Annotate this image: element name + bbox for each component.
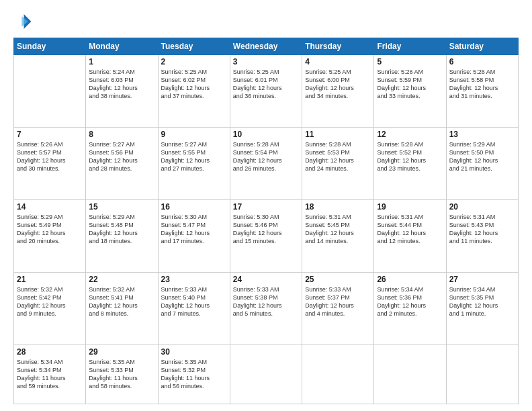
calendar-cell: 21Sunrise: 5:32 AMSunset: 5:42 PMDayligh… bbox=[14, 272, 86, 345]
day-number: 23 bbox=[161, 275, 227, 284]
calendar-cell: 22Sunrise: 5:32 AMSunset: 5:41 PMDayligh… bbox=[86, 272, 158, 345]
cell-info: Sunrise: 5:28 AMSunset: 5:54 PMDaylight:… bbox=[233, 140, 299, 173]
cell-info: Sunrise: 5:31 AMSunset: 5:43 PMDaylight:… bbox=[449, 213, 515, 246]
weekday-header-wednesday: Wednesday bbox=[230, 38, 302, 55]
calendar-cell: 11Sunrise: 5:28 AMSunset: 5:53 PMDayligh… bbox=[302, 127, 374, 199]
day-number: 16 bbox=[161, 202, 227, 212]
cell-info: Sunrise: 5:28 AMSunset: 5:53 PMDaylight:… bbox=[305, 140, 371, 173]
cell-info: Sunrise: 5:33 AMSunset: 5:40 PMDaylight:… bbox=[161, 285, 227, 318]
day-number: 3 bbox=[233, 57, 299, 66]
calendar-cell: 25Sunrise: 5:33 AMSunset: 5:37 PMDayligh… bbox=[302, 272, 374, 345]
calendar-week-5: 28Sunrise: 5:34 AMSunset: 5:34 PMDayligh… bbox=[14, 345, 519, 404]
calendar-cell: 2Sunrise: 5:25 AMSunset: 6:02 PMDaylight… bbox=[158, 55, 230, 128]
weekday-header-monday: Monday bbox=[86, 38, 158, 55]
day-number: 5 bbox=[377, 57, 443, 66]
cell-info: Sunrise: 5:29 AMSunset: 5:50 PMDaylight:… bbox=[449, 140, 515, 173]
cell-info: Sunrise: 5:25 AMSunset: 6:00 PMDaylight:… bbox=[305, 68, 371, 101]
logo bbox=[13, 12, 35, 31]
calendar-cell: 12Sunrise: 5:28 AMSunset: 5:52 PMDayligh… bbox=[374, 127, 446, 199]
cell-info: Sunrise: 5:35 AMSunset: 5:32 PMDaylight:… bbox=[161, 358, 227, 391]
day-number: 20 bbox=[449, 202, 515, 212]
calendar-cell: 29Sunrise: 5:35 AMSunset: 5:33 PMDayligh… bbox=[86, 345, 158, 404]
day-number: 30 bbox=[161, 347, 227, 357]
calendar-week-1: 1Sunrise: 5:24 AMSunset: 6:03 PMDaylight… bbox=[14, 55, 519, 128]
cell-info: Sunrise: 5:34 AMSunset: 5:34 PMDaylight:… bbox=[17, 358, 83, 391]
cell-info: Sunrise: 5:26 AMSunset: 5:58 PMDaylight:… bbox=[449, 68, 515, 101]
calendar-table: SundayMondayTuesdayWednesdayThursdayFrid… bbox=[13, 38, 519, 404]
day-number: 17 bbox=[233, 202, 299, 212]
cell-info: Sunrise: 5:35 AMSunset: 5:33 PMDaylight:… bbox=[89, 358, 154, 391]
logo-icon bbox=[13, 12, 32, 31]
weekday-header-thursday: Thursday bbox=[302, 38, 374, 55]
cell-info: Sunrise: 5:26 AMSunset: 5:59 PMDaylight:… bbox=[377, 68, 443, 101]
day-number: 11 bbox=[305, 130, 371, 139]
calendar-cell: 30Sunrise: 5:35 AMSunset: 5:32 PMDayligh… bbox=[158, 345, 230, 404]
calendar-cell: 19Sunrise: 5:31 AMSunset: 5:44 PMDayligh… bbox=[374, 199, 446, 272]
cell-info: Sunrise: 5:31 AMSunset: 5:44 PMDaylight:… bbox=[377, 213, 443, 246]
cell-info: Sunrise: 5:34 AMSunset: 5:36 PMDaylight:… bbox=[377, 285, 443, 318]
day-number: 4 bbox=[305, 57, 371, 66]
calendar-cell: 9Sunrise: 5:27 AMSunset: 5:55 PMDaylight… bbox=[158, 127, 230, 199]
cell-info: Sunrise: 5:33 AMSunset: 5:38 PMDaylight:… bbox=[233, 285, 299, 318]
calendar-cell bbox=[14, 55, 86, 128]
day-number: 27 bbox=[449, 275, 515, 284]
cell-info: Sunrise: 5:25 AMSunset: 6:01 PMDaylight:… bbox=[233, 68, 299, 101]
cell-info: Sunrise: 5:29 AMSunset: 5:48 PMDaylight:… bbox=[89, 213, 154, 246]
calendar-cell: 14Sunrise: 5:29 AMSunset: 5:49 PMDayligh… bbox=[14, 199, 86, 272]
calendar-cell bbox=[446, 345, 518, 404]
day-number: 29 bbox=[89, 347, 154, 357]
cell-info: Sunrise: 5:24 AMSunset: 6:03 PMDaylight:… bbox=[89, 68, 154, 101]
calendar-cell: 18Sunrise: 5:31 AMSunset: 5:45 PMDayligh… bbox=[302, 199, 374, 272]
calendar-cell bbox=[302, 345, 374, 404]
calendar-cell bbox=[374, 345, 446, 404]
calendar-cell: 20Sunrise: 5:31 AMSunset: 5:43 PMDayligh… bbox=[446, 199, 518, 272]
calendar-cell: 24Sunrise: 5:33 AMSunset: 5:38 PMDayligh… bbox=[230, 272, 302, 345]
calendar-header-row: SundayMondayTuesdayWednesdayThursdayFrid… bbox=[14, 38, 519, 55]
cell-info: Sunrise: 5:27 AMSunset: 5:56 PMDaylight:… bbox=[89, 140, 154, 173]
weekday-header-saturday: Saturday bbox=[446, 38, 518, 55]
day-number: 28 bbox=[17, 347, 83, 357]
calendar-cell: 5Sunrise: 5:26 AMSunset: 5:59 PMDaylight… bbox=[374, 55, 446, 128]
day-number: 12 bbox=[377, 130, 443, 139]
calendar-cell: 6Sunrise: 5:26 AMSunset: 5:58 PMDaylight… bbox=[446, 55, 518, 128]
calendar-week-2: 7Sunrise: 5:26 AMSunset: 5:57 PMDaylight… bbox=[14, 127, 519, 199]
cell-info: Sunrise: 5:32 AMSunset: 5:41 PMDaylight:… bbox=[89, 285, 154, 318]
day-number: 1 bbox=[89, 57, 154, 66]
day-number: 21 bbox=[17, 275, 83, 284]
calendar-cell: 23Sunrise: 5:33 AMSunset: 5:40 PMDayligh… bbox=[158, 272, 230, 345]
day-number: 13 bbox=[449, 130, 515, 139]
calendar-cell: 27Sunrise: 5:34 AMSunset: 5:35 PMDayligh… bbox=[446, 272, 518, 345]
cell-info: Sunrise: 5:34 AMSunset: 5:35 PMDaylight:… bbox=[449, 285, 515, 318]
cell-info: Sunrise: 5:33 AMSunset: 5:37 PMDaylight:… bbox=[305, 285, 371, 318]
calendar-cell: 3Sunrise: 5:25 AMSunset: 6:01 PMDaylight… bbox=[230, 55, 302, 128]
cell-info: Sunrise: 5:27 AMSunset: 5:55 PMDaylight:… bbox=[161, 140, 227, 173]
calendar-week-3: 14Sunrise: 5:29 AMSunset: 5:49 PMDayligh… bbox=[14, 199, 519, 272]
day-number: 7 bbox=[17, 130, 83, 139]
cell-info: Sunrise: 5:32 AMSunset: 5:42 PMDaylight:… bbox=[17, 285, 83, 318]
calendar-cell: 4Sunrise: 5:25 AMSunset: 6:00 PMDaylight… bbox=[302, 55, 374, 128]
calendar-cell: 13Sunrise: 5:29 AMSunset: 5:50 PMDayligh… bbox=[446, 127, 518, 199]
day-number: 26 bbox=[377, 275, 443, 284]
weekday-header-tuesday: Tuesday bbox=[158, 38, 230, 55]
calendar-cell: 15Sunrise: 5:29 AMSunset: 5:48 PMDayligh… bbox=[86, 199, 158, 272]
day-number: 9 bbox=[161, 130, 227, 139]
cell-info: Sunrise: 5:29 AMSunset: 5:49 PMDaylight:… bbox=[17, 213, 83, 246]
day-number: 10 bbox=[233, 130, 299, 139]
day-number: 25 bbox=[305, 275, 371, 284]
cell-info: Sunrise: 5:31 AMSunset: 5:45 PMDaylight:… bbox=[305, 213, 371, 246]
header bbox=[13, 12, 519, 31]
calendar-cell: 1Sunrise: 5:24 AMSunset: 6:03 PMDaylight… bbox=[86, 55, 158, 128]
calendar-cell: 8Sunrise: 5:27 AMSunset: 5:56 PMDaylight… bbox=[86, 127, 158, 199]
cell-info: Sunrise: 5:26 AMSunset: 5:57 PMDaylight:… bbox=[17, 140, 83, 173]
day-number: 15 bbox=[89, 202, 154, 212]
calendar-page: SundayMondayTuesdayWednesdayThursdayFrid… bbox=[0, 0, 532, 411]
day-number: 22 bbox=[89, 275, 154, 284]
calendar-week-4: 21Sunrise: 5:32 AMSunset: 5:42 PMDayligh… bbox=[14, 272, 519, 345]
calendar-cell: 28Sunrise: 5:34 AMSunset: 5:34 PMDayligh… bbox=[14, 345, 86, 404]
calendar-cell bbox=[230, 345, 302, 404]
cell-info: Sunrise: 5:25 AMSunset: 6:02 PMDaylight:… bbox=[161, 68, 227, 101]
cell-info: Sunrise: 5:28 AMSunset: 5:52 PMDaylight:… bbox=[377, 140, 443, 173]
weekday-header-friday: Friday bbox=[374, 38, 446, 55]
day-number: 18 bbox=[305, 202, 371, 212]
cell-info: Sunrise: 5:30 AMSunset: 5:47 PMDaylight:… bbox=[161, 213, 227, 246]
